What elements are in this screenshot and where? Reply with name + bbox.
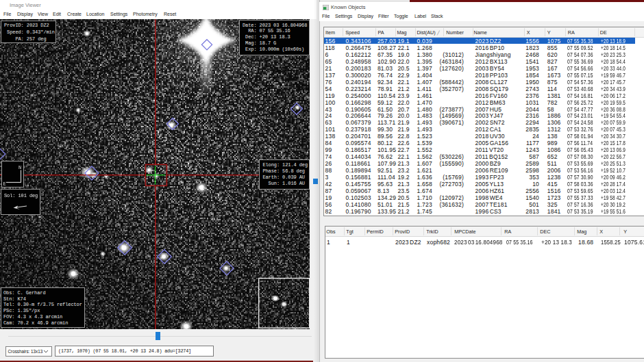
svg-text:E: E: [3, 181, 5, 187]
svg-text:N: N: [18, 165, 21, 170]
